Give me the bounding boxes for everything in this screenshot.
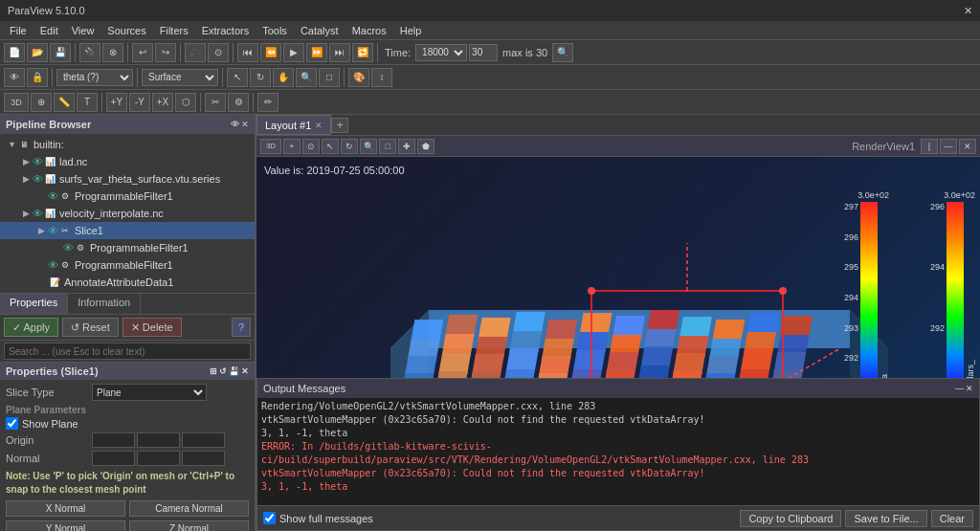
tree-item-vel[interactable]: ▶ 👁 📊 velocity_interpolate.nc bbox=[0, 205, 255, 222]
cam-btn[interactable]: 🎥 bbox=[185, 43, 206, 62]
eye-prog2-icon[interactable]: 👁 bbox=[63, 242, 74, 254]
normal-z-input[interactable]: 0 bbox=[182, 451, 225, 466]
theta-dropdown[interactable]: theta (?) bbox=[56, 69, 133, 86]
pipeline-close-icon[interactable]: ✕ bbox=[241, 120, 249, 129]
slice-type-select[interactable]: Plane bbox=[92, 384, 207, 401]
apply-button[interactable]: ✓ Apply bbox=[4, 318, 58, 337]
settings-btn[interactable]: ⚙ bbox=[228, 93, 249, 112]
eye-prog3-icon[interactable]: 👁 bbox=[48, 259, 58, 271]
normal-y-input[interactable]: 1 bbox=[137, 451, 180, 466]
loop-btn[interactable]: 🔁 bbox=[352, 43, 373, 62]
tab-information[interactable]: Information bbox=[68, 294, 141, 314]
x-normal-btn[interactable]: X Normal bbox=[6, 500, 125, 517]
render-reset-btn[interactable]: ⊙ bbox=[302, 139, 320, 154]
render-view[interactable]: Value is: 2019-07-25 05:00:00 bbox=[256, 157, 980, 531]
z-normal-btn[interactable]: Z Normal bbox=[129, 520, 249, 531]
show-full-messages-checkbox[interactable] bbox=[263, 512, 276, 524]
connect-btn[interactable]: 🔌 bbox=[79, 43, 100, 62]
search-input[interactable] bbox=[4, 343, 251, 360]
eye-prog1-icon[interactable]: 👁 bbox=[48, 190, 58, 202]
output-minimize-icon[interactable]: — bbox=[955, 384, 964, 393]
time-step-input[interactable] bbox=[469, 44, 498, 61]
pipeline-eye-icon[interactable]: 👁 bbox=[231, 120, 239, 129]
menu-catalyst[interactable]: Catalyst bbox=[295, 23, 345, 38]
menu-extractors[interactable]: Extractors bbox=[196, 23, 256, 38]
menu-file[interactable]: File bbox=[4, 23, 33, 38]
help-button[interactable]: ? bbox=[232, 318, 251, 337]
lock-btn[interactable]: 🔒 bbox=[27, 68, 48, 87]
tree-item-lad[interactable]: ▶ 👁 📊 lad.nc bbox=[0, 153, 255, 170]
copy-clipboard-btn[interactable]: Copy to Clipboard bbox=[740, 510, 841, 527]
eye-vel-icon[interactable]: 👁 bbox=[33, 208, 43, 219]
minus-y-btn[interactable]: -Y bbox=[129, 93, 150, 112]
rescale-btn[interactable]: ↕ bbox=[371, 68, 392, 87]
disconnect-btn[interactable]: ⊗ bbox=[102, 43, 123, 62]
pan-btn[interactable]: ✋ bbox=[273, 68, 294, 87]
new-btn[interactable]: 📄 bbox=[4, 43, 25, 62]
render-zoom-btn[interactable]: 🔍 bbox=[360, 139, 377, 154]
origin-z-input[interactable]: 144 bbox=[182, 432, 225, 448]
menu-edit[interactable]: Edit bbox=[34, 23, 64, 38]
eye-btn[interactable]: 👁 bbox=[4, 68, 25, 87]
tree-item-surfs[interactable]: ▶ 👁 📊 surfs_var_theta_surface.vtu.series bbox=[0, 170, 255, 188]
surface-dropdown[interactable]: Surface bbox=[142, 69, 218, 86]
render-interact-btn[interactable]: ↻ bbox=[341, 139, 358, 154]
render-select-btn[interactable]: ↖ bbox=[322, 139, 339, 154]
render-box-btn[interactable]: □ bbox=[379, 139, 396, 154]
open-btn[interactable]: 📂 bbox=[27, 43, 48, 62]
interact-btn[interactable]: ↖ bbox=[227, 68, 248, 87]
show-plane-checkbox[interactable] bbox=[6, 417, 18, 430]
tree-item-slice1[interactable]: ▶ 👁 ✂ Slice1 bbox=[0, 222, 255, 239]
ruler-btn[interactable]: 📏 bbox=[54, 93, 75, 112]
menu-view[interactable]: View bbox=[66, 23, 100, 38]
tree-item-prog1[interactable]: 👁 ⚙ ProgrammableFilter1 bbox=[0, 188, 255, 205]
close-button[interactable]: ✕ bbox=[964, 5, 972, 17]
y-normal-btn[interactable]: Y Normal bbox=[6, 520, 125, 531]
menu-sources[interactable]: Sources bbox=[101, 23, 151, 38]
tab-properties[interactable]: Properties bbox=[0, 294, 68, 314]
color-btn[interactable]: 🎨 bbox=[348, 68, 369, 87]
camera-normal-btn[interactable]: Camera Normal bbox=[129, 500, 249, 517]
tree-item-prog2[interactable]: 👁 ⚙ ProgrammableFilter1 bbox=[0, 239, 255, 256]
eye-surfs-icon[interactable]: 👁 bbox=[33, 173, 43, 185]
render-poly-btn[interactable]: ⬟ bbox=[417, 139, 434, 154]
play-btn[interactable]: ▶ bbox=[283, 43, 304, 62]
menu-macros[interactable]: Macros bbox=[346, 23, 392, 38]
menu-filters[interactable]: Filters bbox=[154, 23, 194, 38]
render-split-h-btn[interactable]: | bbox=[921, 139, 938, 154]
normal-x-input[interactable]: 0 bbox=[92, 451, 135, 466]
orient-btn[interactable]: ⊕ bbox=[31, 93, 52, 112]
section-close[interactable]: ✕ bbox=[241, 366, 249, 376]
annotate-btn[interactable]: T bbox=[77, 93, 98, 112]
output-messages-content[interactable]: Rendering/VolumeOpenGL2/vtkSmartVolumeMa… bbox=[257, 398, 979, 505]
save-btn[interactable]: 💾 bbox=[50, 43, 71, 62]
render-pick-btn[interactable]: ✚ bbox=[398, 139, 415, 154]
time-input[interactable]: 18000 bbox=[415, 44, 467, 61]
eye-slice1-icon[interactable]: 👁 bbox=[48, 225, 58, 236]
first-frame-btn[interactable]: ⏮ bbox=[237, 43, 258, 62]
save-to-file-btn[interactable]: Save to File... bbox=[845, 510, 926, 527]
clear-btn[interactable]: Clear bbox=[931, 510, 973, 527]
section-icon1[interactable]: ⊞ bbox=[210, 366, 217, 376]
reset-button[interactable]: ↺ Reset bbox=[62, 318, 119, 337]
last-frame-btn[interactable]: ⏭ bbox=[329, 43, 350, 62]
layout-tab-close[interactable]: ✕ bbox=[315, 121, 323, 130]
zoom-btn[interactable]: 🔍 bbox=[296, 68, 317, 87]
scissors-btn[interactable]: ✂ bbox=[205, 93, 226, 112]
eye-lad-icon[interactable]: 👁 bbox=[33, 156, 43, 167]
tree-item-builtin[interactable]: ▼ 🖥 builtin: bbox=[0, 136, 255, 153]
iso-btn[interactable]: ⬡ bbox=[175, 93, 196, 112]
section-icon2[interactable]: ↺ bbox=[219, 366, 227, 376]
plus-y-btn[interactable]: +Y bbox=[106, 93, 127, 112]
render-orient-btn[interactable]: + bbox=[283, 139, 301, 154]
output-close-icon[interactable]: ✕ bbox=[966, 384, 973, 393]
tree-item-prog3[interactable]: 👁 ⚙ ProgrammableFilter1 bbox=[0, 256, 255, 274]
origin-x-input[interactable]: 150 bbox=[92, 432, 135, 448]
add-layout-tab[interactable]: + bbox=[331, 118, 348, 133]
render-split-v-btn[interactable]: — bbox=[940, 139, 957, 154]
rotate-btn[interactable]: ↻ bbox=[250, 68, 271, 87]
menu-tools[interactable]: Tools bbox=[256, 23, 293, 38]
delete-button[interactable]: ✕ Delete bbox=[122, 318, 182, 337]
search-btn[interactable]: 🔍 bbox=[552, 43, 573, 62]
render-close-btn[interactable]: ✕ bbox=[959, 139, 976, 154]
